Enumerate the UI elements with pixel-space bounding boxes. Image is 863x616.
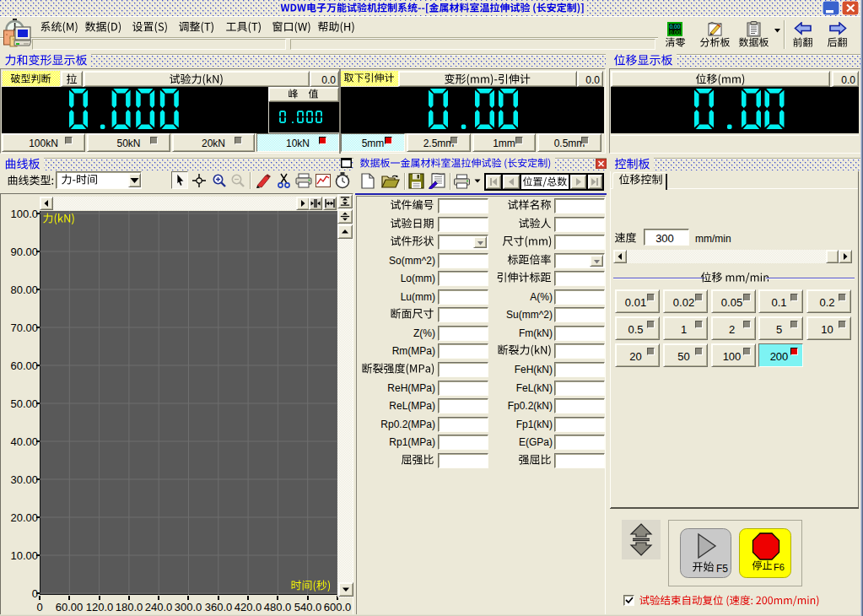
svg-text:0.00: 0.00 (670, 24, 681, 30)
svg-text:0.00: 0.00 (670, 30, 681, 35)
